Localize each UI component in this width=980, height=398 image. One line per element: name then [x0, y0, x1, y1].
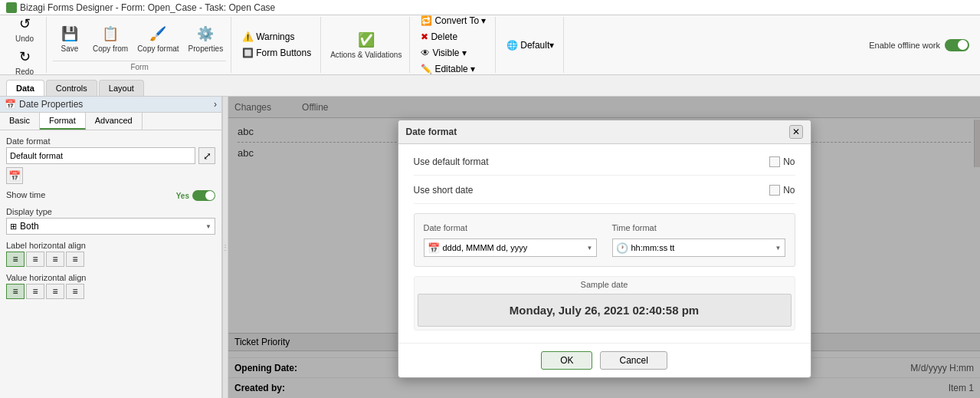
left-panel: 📅 Date Properties › Basic Format Advance… [0, 97, 222, 398]
title-bar-text: Bizagi Forms Designer - Form: Open_Case … [20, 2, 275, 13]
value-align-center-button[interactable]: ≡ [26, 284, 44, 299]
delete-button[interactable]: ✖ Delete [416, 30, 490, 44]
date-format-cal-icon: 📅 [428, 242, 440, 254]
sub-tab-format[interactable]: Format [40, 113, 86, 130]
collapse-icon[interactable]: › [214, 99, 217, 110]
align-center-button[interactable]: ≡ [26, 252, 44, 267]
properties-label: Properties [188, 44, 224, 53]
date-format-expand-button[interactable]: ⤢ [198, 147, 215, 164]
align-left-button[interactable]: ≡ [6, 252, 25, 267]
warnings-button[interactable]: ⚠️ Warnings [238, 30, 316, 44]
display-type-label: Display type [6, 207, 215, 216]
date-format-section: Date format ⤢ 📅 [6, 137, 215, 184]
use-default-format-checkbox-group: No [769, 156, 795, 167]
visible-button[interactable]: 👁 Visible ▾ [416, 46, 490, 60]
properties-button[interactable]: ⚙️ Properties [185, 23, 227, 54]
use-short-date-row: Use short date No [414, 185, 795, 204]
default-label: Default▾ [520, 40, 554, 51]
properties-icon: ⚙️ [196, 25, 215, 43]
show-time-toggle[interactable]: Yes [176, 190, 215, 201]
use-default-format-row: Use default format No [414, 156, 795, 176]
copy-from-label: Copy from [93, 44, 128, 53]
visible-label: Visible [432, 48, 459, 58]
properties-header: 📅 Date Properties › [0, 97, 221, 113]
show-time-toggle-bg[interactable] [192, 190, 215, 201]
use-short-date-checkbox[interactable] [769, 185, 780, 196]
date-format-select-text: dddd, MMMM dd, yyyy [443, 243, 584, 252]
form-buttons-button[interactable]: 🔲 Form Buttons [238, 46, 316, 60]
both-icon: ⊞ [10, 222, 17, 232]
sample-date-label: Sample date [418, 280, 792, 289]
offline-toggle-knob [958, 40, 968, 50]
convert-to-label: Convert To [434, 15, 479, 26]
copy-from-button[interactable]: 📋 Copy from [90, 23, 131, 54]
editable-icon: ✏️ [421, 64, 432, 74]
tab-layout[interactable]: Layout [99, 80, 144, 96]
editable-arrow: ▾ [470, 64, 475, 74]
delete-label: Delete [431, 31, 457, 42]
format-section: Date format 📅 dddd, MMMM dd, yyyy ▼ Time… [414, 213, 795, 267]
time-format-col: Time format 🕐 hh:mm:ss tt ▼ [612, 223, 785, 257]
sub-tab-basic[interactable]: Basic [0, 113, 40, 130]
convert-icon: 🔁 [421, 15, 432, 26]
copy-format-icon: 🖌️ [149, 25, 167, 43]
display-type-arrow: ▼ [205, 223, 211, 230]
cancel-button[interactable]: Cancel [600, 351, 667, 370]
main-layout: 📅 Date Properties › Basic Format Advance… [0, 97, 980, 398]
offline-toggle-switch[interactable] [945, 39, 969, 51]
value-align-justify-button[interactable]: ≡ [66, 284, 84, 299]
date-format-col-label: Date format [424, 223, 597, 232]
date-format-input[interactable] [6, 147, 195, 164]
value-align-left-button[interactable]: ≡ [6, 284, 25, 299]
value-h-align-section: Value horizontal align ≡ ≡ ≡ ≡ [6, 273, 215, 299]
redo-button[interactable]: ↻ Redo [8, 46, 41, 77]
sub-tab-advanced[interactable]: Advanced [86, 113, 143, 130]
editable-button[interactable]: ✏️ Editable ▾ [416, 62, 490, 76]
tab-controls[interactable]: Controls [46, 80, 97, 96]
actions-button[interactable]: ✅ Actions & Validations [327, 29, 405, 61]
date-format-col: Date format 📅 dddd, MMMM dd, yyyy ▼ [424, 223, 597, 257]
modal-overlay: Date format ✕ Use default format No Us [228, 97, 980, 398]
use-default-format-no-label: No [783, 156, 795, 167]
main-tab-bar: Data Controls Layout [0, 75, 980, 97]
show-time-knob [205, 191, 215, 200]
label-h-align-section: Label horizontal align ≡ ≡ ≡ ≡ [6, 241, 215, 267]
panel-divider: ⋮ [222, 97, 228, 398]
label-h-align-buttons: ≡ ≡ ≡ ≡ [6, 252, 215, 267]
app-icon [6, 2, 17, 13]
ok-button[interactable]: OK [541, 351, 592, 370]
save-label: Save [61, 44, 79, 53]
modal-close-button[interactable]: ✕ [789, 125, 803, 139]
date-format-calendar-button[interactable]: 📅 [6, 167, 23, 184]
align-right-button[interactable]: ≡ [46, 252, 64, 267]
undo-button[interactable]: ↺ Undo [8, 13, 41, 44]
time-format-select-arrow: ▼ [775, 245, 782, 252]
tab-data[interactable]: Data [6, 80, 44, 96]
toolbar: ↺ Undo ↻ Redo 💾 Save 📋 Copy from 🖌️ Copy… [0, 15, 980, 75]
copy-from-icon: 📋 [101, 25, 120, 43]
use-short-date-no-label: No [783, 185, 795, 196]
use-short-date-checkbox-group: No [769, 185, 795, 196]
copy-format-button[interactable]: 🖌️ Copy format [134, 23, 182, 54]
save-icon: 💾 [61, 25, 79, 43]
actions-label: Actions & Validations [330, 51, 402, 59]
warnings-label: Warnings [256, 31, 294, 42]
modal-title: Date format [406, 127, 457, 137]
convert-to-button[interactable]: 🔁 Convert To ▾ [416, 14, 490, 28]
use-default-format-label: Use default format [414, 156, 489, 167]
time-format-col-label: Time format [612, 223, 785, 232]
time-format-select[interactable]: 🕐 hh:mm:ss tt ▼ [612, 238, 785, 257]
save-button[interactable]: 💾 Save [53, 23, 87, 54]
display-type-select[interactable]: ⊞ Both ▼ [6, 218, 215, 235]
default-button[interactable]: 🌐 Default▾ [502, 38, 559, 52]
use-default-format-checkbox[interactable] [769, 156, 780, 167]
value-align-right-button[interactable]: ≡ [46, 284, 64, 299]
form-buttons-label: Form Buttons [256, 48, 311, 58]
title-bar: Bizagi Forms Designer - Form: Open_Case … [0, 0, 980, 15]
editable-label: Editable [434, 64, 467, 74]
date-format-select[interactable]: 📅 dddd, MMMM dd, yyyy ▼ [424, 238, 597, 257]
show-time-label: Show time [6, 190, 45, 199]
undo-label: Undo [15, 35, 34, 43]
align-justify-button[interactable]: ≡ [66, 252, 84, 267]
date-format-modal: Date format ✕ Use default format No Us [398, 120, 811, 378]
